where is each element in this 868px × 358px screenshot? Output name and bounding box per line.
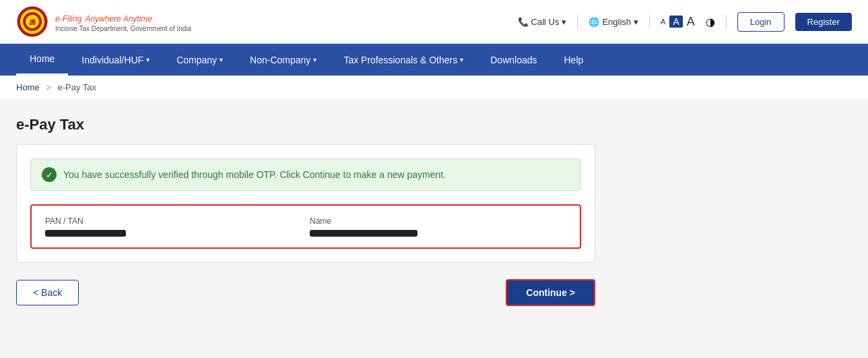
info-box: PAN / TAN Name <box>30 204 581 249</box>
header-right: 📞 Call Us ▾ 🌐 English ▾ A A A ◑ Login Re… <box>518 12 852 32</box>
emblem-icon: 🕉 <box>16 5 48 38</box>
logo-subtitle: Income Tax Department, Government of Ind… <box>55 25 191 32</box>
login-button[interactable]: Login <box>737 12 784 32</box>
breadcrumb-home[interactable]: Home <box>16 82 40 92</box>
logo-title: e-Filing Anywhere Anytime <box>55 11 191 25</box>
logo-text: e-Filing Anywhere Anytime Income Tax Dep… <box>55 11 191 32</box>
nav-item-taxprofessionals[interactable]: Tax Professionals & Others ▾ <box>330 45 477 75</box>
back-button[interactable]: < Back <box>16 280 79 305</box>
divider-3 <box>726 15 727 28</box>
globe-icon: 🌐 <box>589 17 599 27</box>
name-label: Name <box>310 216 566 226</box>
noncompany-arrow: ▾ <box>313 56 316 63</box>
lang-arrow: ▾ <box>634 17 638 27</box>
page-title: e-Pay Tax <box>16 116 852 133</box>
breadcrumb-current: e-Pay Tax <box>58 82 97 92</box>
nav-item-downloads[interactable]: Downloads <box>477 45 550 75</box>
call-us-arrow: ▾ <box>562 17 566 27</box>
call-us-button[interactable]: 📞 Call Us ▾ <box>518 17 567 27</box>
success-message: ✓ You have successfully verified through… <box>30 158 581 191</box>
breadcrumb-separator: > <box>46 82 51 92</box>
company-arrow: ▾ <box>220 56 223 63</box>
header: 🕉 e-Filing Anywhere Anytime Income Tax D… <box>0 0 868 44</box>
success-icon: ✓ <box>42 167 57 182</box>
name-value <box>310 230 418 237</box>
contrast-button[interactable]: ◑ <box>706 16 715 28</box>
language-selector[interactable]: 🌐 English ▾ <box>589 17 638 27</box>
pan-tan-label: PAN / TAN <box>45 216 302 226</box>
svg-text:🕉: 🕉 <box>29 18 36 26</box>
nav-item-noncompany[interactable]: Non-Company ▾ <box>236 45 330 75</box>
taxprofessionals-arrow: ▾ <box>460 56 463 63</box>
divider-2 <box>649 15 650 28</box>
divider-1 <box>577 15 578 28</box>
breadcrumb: Home > e-Pay Tax <box>0 76 868 100</box>
logo-area: 🕉 e-Filing Anywhere Anytime Income Tax D… <box>16 5 191 38</box>
page-content: e-Pay Tax ✓ You have successfully verifi… <box>0 100 868 358</box>
font-large-button[interactable]: A <box>687 15 695 29</box>
phone-icon: 📞 <box>518 17 529 27</box>
action-row: < Back Continue > <box>16 279 595 306</box>
nav-item-individual[interactable]: Individual/HUF ▾ <box>68 45 163 75</box>
nav-item-home[interactable]: Home <box>16 44 68 76</box>
pan-tan-field: PAN / TAN <box>45 216 302 237</box>
nav-item-company[interactable]: Company ▾ <box>163 45 236 75</box>
name-field: Name <box>310 216 566 237</box>
pan-tan-value <box>45 230 126 237</box>
success-text: You have successfully verified through m… <box>63 169 446 180</box>
font-controls: A A A <box>661 15 695 29</box>
nav-item-help[interactable]: Help <box>551 45 597 75</box>
main-card: ✓ You have successfully verified through… <box>16 144 595 263</box>
register-button[interactable]: Register <box>795 13 852 31</box>
navigation: Home Individual/HUF ▾ Company ▾ Non-Comp… <box>0 44 868 76</box>
continue-button[interactable]: Continue > <box>506 279 595 306</box>
font-small-button[interactable]: A <box>661 18 665 26</box>
font-medium-button[interactable]: A <box>669 16 682 28</box>
individual-arrow: ▾ <box>146 56 149 63</box>
